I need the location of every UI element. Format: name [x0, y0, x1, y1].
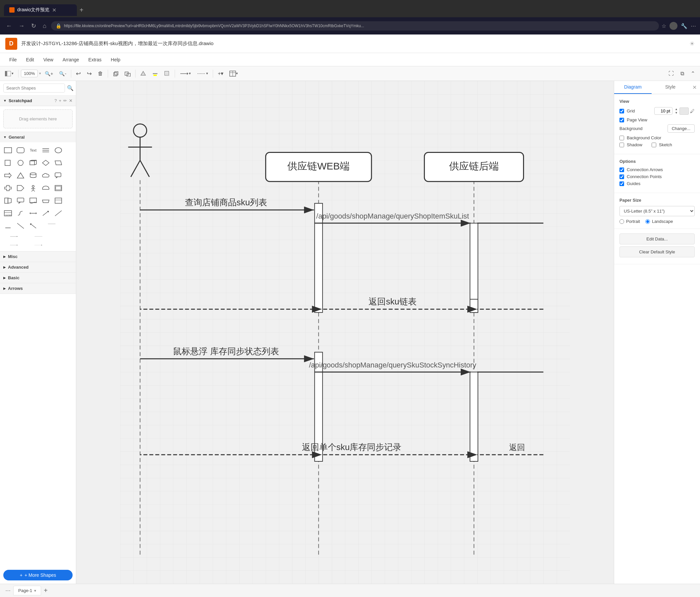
- shape-conn-dash-arrow[interactable]: [2, 241, 26, 249]
- connection-points-checkbox[interactable]: [620, 174, 624, 179]
- menu-icon[interactable]: ⋯: [691, 23, 696, 29]
- grid-down-btn[interactable]: ▼: [674, 111, 678, 115]
- shape-person[interactable]: [27, 182, 39, 194]
- waypoint-btn[interactable]: ▾: [195, 69, 210, 78]
- forward-btn[interactable]: →: [17, 21, 26, 31]
- shape-arrow-up-right[interactable]: [40, 207, 52, 219]
- shape-rectangle[interactable]: [2, 144, 14, 156]
- shape-corner[interactable]: [52, 195, 64, 207]
- portrait-opt[interactable]: Portrait: [620, 219, 640, 224]
- scratchpad-add-icon[interactable]: +: [59, 98, 61, 103]
- guides-checkbox[interactable]: [620, 182, 624, 186]
- shape-parallelogram[interactable]: [52, 157, 64, 169]
- menu-arrange[interactable]: Arrange: [59, 56, 83, 64]
- search-btn[interactable]: 🔍: [67, 85, 74, 91]
- sidebar-close-btn[interactable]: ✕: [689, 81, 700, 94]
- home-btn[interactable]: ⌂: [41, 21, 48, 31]
- menu-file[interactable]: File: [5, 56, 21, 64]
- fill-btn[interactable]: [138, 69, 149, 78]
- shape-semicircle[interactable]: [40, 182, 52, 194]
- shape-wave[interactable]: [27, 195, 39, 207]
- shape-ellipse[interactable]: [52, 144, 64, 156]
- shape-square[interactable]: [2, 157, 14, 169]
- shape-conn-arrow[interactable]: [2, 233, 26, 240]
- connection-style-btn[interactable]: ▾: [177, 69, 193, 78]
- shape-line-short[interactable]: [2, 220, 14, 232]
- paper-size-select[interactable]: US-Letter (8.5" x 11"): [620, 206, 695, 216]
- scratchpad-header[interactable]: ▼ Scratchpad ? + ✏ ✕: [0, 96, 76, 106]
- refresh-btn[interactable]: ↻: [29, 21, 38, 31]
- shape-line-diag2[interactable]: [15, 220, 26, 232]
- fullscreen-btn[interactable]: ⧉: [677, 69, 687, 78]
- zoom-out-btn[interactable]: 🔍-: [57, 69, 69, 78]
- shape-box3d[interactable]: [27, 157, 39, 169]
- more-shapes-btn[interactable]: + + More Shapes: [3, 570, 73, 580]
- insert-btn[interactable]: +▾: [216, 69, 226, 78]
- page-view-checkbox[interactable]: [620, 118, 624, 122]
- canvas-area[interactable]: 供应链WEB端 供应链后端 查询店铺商品sku列表 /api/goods/sho…: [76, 81, 614, 584]
- scratchpad-close-icon[interactable]: ✕: [69, 98, 73, 103]
- profile-icon[interactable]: [670, 22, 677, 30]
- connection-arrows-checkbox[interactable]: [620, 167, 624, 172]
- grid-checkbox[interactable]: [620, 109, 624, 114]
- back-btn[interactable]: ←: [4, 21, 14, 31]
- grid-value-input[interactable]: [654, 107, 673, 115]
- shape-callout[interactable]: [15, 195, 26, 207]
- shape-rounded-rect[interactable]: [15, 144, 26, 156]
- shape-circle[interactable]: [15, 157, 26, 169]
- undo-btn[interactable]: ↩: [74, 68, 83, 79]
- grid-up-btn[interactable]: ▲: [674, 108, 678, 111]
- menu-edit[interactable]: Edit: [22, 56, 38, 64]
- to-back-btn[interactable]: [122, 69, 133, 78]
- shape-frame[interactable]: [52, 182, 64, 194]
- arrows-header[interactable]: ▶ Arrows: [0, 283, 76, 293]
- shape-s-curve[interactable]: [15, 207, 26, 219]
- new-tab-btn[interactable]: +: [79, 6, 83, 14]
- shadow-checkbox[interactable]: [620, 143, 624, 147]
- menu-view[interactable]: View: [40, 56, 57, 64]
- shape-conn-dot[interactable]: [26, 241, 50, 249]
- redo-btn[interactable]: ↪: [84, 68, 94, 79]
- tab-close-btn[interactable]: ✕: [52, 7, 56, 13]
- shape-arrow-both[interactable]: [27, 207, 39, 219]
- zoom-value[interactable]: 100%: [21, 70, 38, 77]
- delete-btn[interactable]: 🗑: [96, 69, 105, 78]
- tab-style[interactable]: Style: [652, 81, 689, 94]
- landscape-radio[interactable]: [645, 219, 650, 224]
- grid-color-picker-icon[interactable]: 🖊: [690, 109, 695, 114]
- portrait-radio[interactable]: [620, 219, 624, 224]
- shape-list-item[interactable]: List Item: [2, 207, 14, 219]
- shape-speech[interactable]: [52, 169, 64, 182]
- fit-page-btn[interactable]: ⛶: [666, 69, 676, 78]
- shape-cylinder[interactable]: [27, 169, 39, 182]
- page-more-btn[interactable]: ⋯: [3, 586, 13, 595]
- title-settings-icon[interactable]: ☀: [690, 40, 695, 47]
- grid-color-swatch[interactable]: [679, 108, 689, 115]
- shadow-btn[interactable]: [162, 69, 172, 78]
- zoom-in-btn[interactable]: 🔍+: [43, 69, 55, 78]
- line-color-btn[interactable]: [150, 69, 160, 78]
- address-bar[interactable]: 🔒 https://file.kkview.cn/onlinePreview?u…: [51, 21, 659, 30]
- table-btn[interactable]: ▾: [227, 69, 240, 78]
- shape-book[interactable]: [2, 195, 14, 207]
- tab-diagram[interactable]: Diagram: [614, 81, 652, 94]
- menu-help[interactable]: Help: [107, 56, 124, 64]
- shape-right-arrow[interactable]: [2, 169, 14, 182]
- basic-header[interactable]: ▶ Basic: [0, 272, 76, 283]
- shape-trapezoid[interactable]: [40, 195, 52, 207]
- change-background-btn[interactable]: Change...: [668, 124, 695, 133]
- search-input[interactable]: [3, 83, 65, 93]
- menu-extras[interactable]: Extras: [84, 56, 106, 64]
- shape-cross[interactable]: [2, 182, 14, 194]
- scratchpad-help-icon[interactable]: ?: [54, 98, 57, 103]
- sidebar-toggle-btn[interactable]: ▾: [3, 69, 16, 78]
- shape-text[interactable]: Text: [27, 144, 39, 156]
- shape-triangle[interactable]: [15, 169, 26, 182]
- scratchpad-edit-icon[interactable]: ✏: [63, 98, 67, 103]
- collapse-btn[interactable]: ⌃: [688, 69, 697, 78]
- sketch-checkbox[interactable]: [652, 143, 656, 147]
- bg-color-checkbox[interactable]: [620, 136, 624, 140]
- landscape-opt[interactable]: Landscape: [645, 219, 673, 224]
- shape-line-diag1[interactable]: [52, 207, 64, 219]
- misc-header[interactable]: ▶ Misc: [0, 252, 76, 262]
